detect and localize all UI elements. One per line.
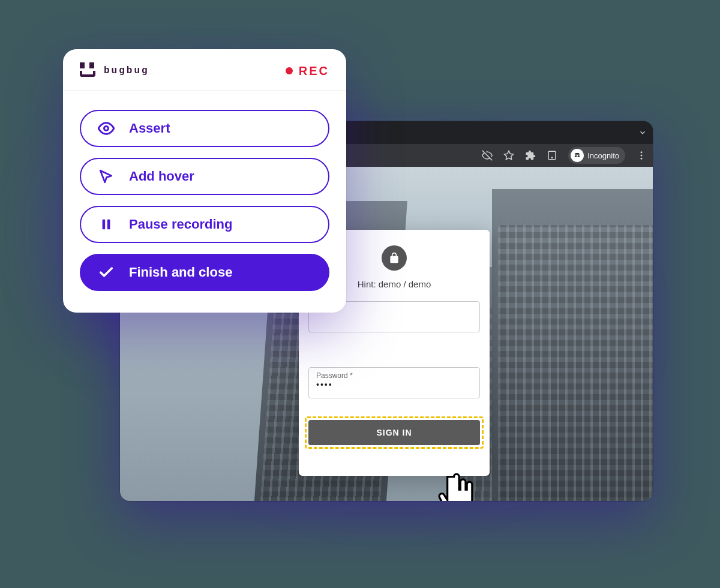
chevron-down-icon[interactable] [638, 128, 647, 137]
add-hover-label: Add hover [129, 169, 194, 184]
logo-mark-icon [79, 62, 99, 79]
check-icon [98, 264, 115, 281]
svg-point-7 [641, 155, 643, 157]
rec-label: REC [299, 64, 329, 78]
bugbug-logo: bugbug [79, 62, 149, 79]
puzzle-icon[interactable] [525, 150, 536, 161]
finish-and-close-button[interactable]: Finish and close [80, 254, 329, 291]
password-field[interactable]: Password * •••• [308, 367, 480, 398]
svg-point-6 [641, 151, 643, 153]
eye-off-icon[interactable] [482, 150, 493, 161]
assert-label: Assert [129, 121, 170, 136]
incognito-icon [571, 149, 584, 162]
cursor-icon [98, 169, 115, 184]
finish-label: Finish and close [129, 265, 232, 280]
kebab-menu-icon[interactable] [636, 150, 647, 161]
svg-point-3 [551, 157, 553, 158]
device-icon[interactable] [547, 150, 557, 161]
pause-icon [98, 218, 115, 231]
panel-body: Assert Add hover Pause recording Finish … [63, 91, 346, 313]
recorder-panel: bugbug REC Assert Add hover Pause record… [63, 49, 346, 313]
svg-rect-13 [103, 220, 106, 230]
record-dot-icon [286, 67, 293, 74]
sign-in-button[interactable]: SIGN IN [308, 420, 480, 445]
add-hover-button[interactable]: Add hover [80, 158, 329, 195]
pause-recording-button[interactable]: Pause recording [80, 206, 329, 243]
incognito-label: Incognito [587, 151, 619, 160]
pause-label: Pause recording [129, 217, 232, 232]
svg-point-8 [641, 158, 643, 160]
svg-rect-14 [107, 220, 110, 230]
star-icon[interactable] [503, 150, 514, 161]
svg-point-5 [578, 155, 580, 157]
password-label: Password * [316, 371, 472, 380]
login-hint: Hint: demo / demo [358, 279, 431, 289]
logo-text: bugbug [104, 65, 149, 76]
password-value: •••• [316, 380, 472, 389]
panel-header: bugbug REC [63, 49, 346, 91]
assert-button[interactable]: Assert [80, 110, 329, 147]
svg-point-12 [104, 127, 109, 131]
recording-indicator: REC [286, 64, 329, 78]
eye-icon [98, 120, 115, 137]
svg-point-4 [575, 155, 577, 157]
lock-icon [382, 245, 407, 271]
incognito-badge[interactable]: Incognito [568, 147, 625, 164]
svg-marker-1 [505, 151, 514, 160]
